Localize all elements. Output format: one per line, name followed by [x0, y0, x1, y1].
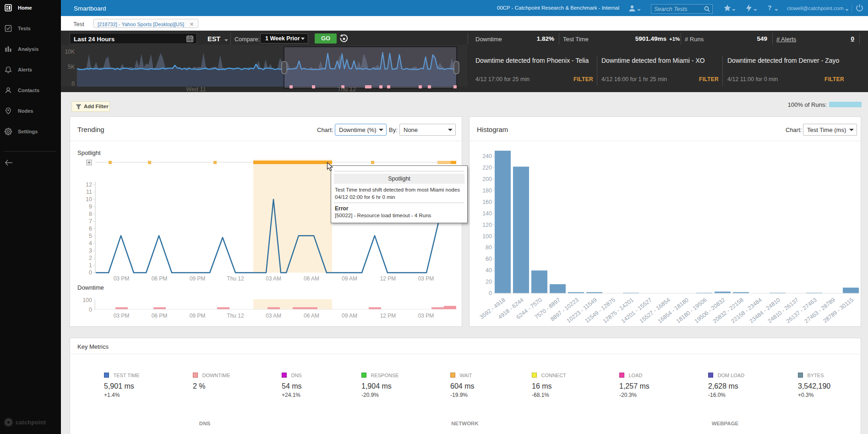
svg-text:0: 0 [89, 307, 92, 313]
svg-text:03 AM: 03 AM [266, 313, 281, 319]
svg-text:20: 20 [486, 279, 492, 285]
svg-text:Thu 12: Thu 12 [227, 313, 244, 319]
svg-text:8: 8 [89, 211, 92, 217]
svg-text:03 PM: 03 PM [418, 275, 434, 282]
svg-text:12 PM: 12 PM [380, 275, 396, 282]
svg-text:03 AM: 03 AM [266, 275, 281, 282]
svg-text:180: 180 [482, 187, 492, 194]
svg-text:09 AM: 09 AM [342, 313, 357, 319]
svg-text:0: 0 [71, 81, 75, 87]
svg-text:240: 240 [482, 153, 492, 159]
svg-text:80: 80 [486, 244, 492, 251]
svg-text:0: 0 [89, 269, 92, 276]
svg-text:5: 5 [89, 233, 92, 239]
svg-text:03 PM: 03 PM [418, 313, 434, 319]
svg-text:100: 100 [82, 297, 92, 303]
svg-text:4: 4 [89, 240, 92, 247]
svg-text:Wed 11: Wed 11 [186, 86, 206, 93]
svg-text:10: 10 [86, 196, 92, 203]
svg-text:160: 160 [482, 199, 492, 205]
svg-text:Thu 12: Thu 12 [227, 275, 244, 282]
svg-text:220: 220 [482, 165, 492, 171]
svg-text:06 PM: 06 PM [152, 313, 168, 319]
svg-text:06 AM: 06 AM [304, 313, 319, 319]
svg-text:9: 9 [89, 203, 92, 210]
svg-text:2: 2 [89, 255, 92, 261]
svg-text:03 PM: 03 PM [114, 313, 130, 319]
svg-text:200: 200 [482, 176, 492, 182]
svg-text:5K: 5K [68, 64, 75, 70]
svg-text:140: 140 [482, 210, 492, 217]
svg-text:1: 1 [89, 262, 92, 269]
svg-text:3: 3 [89, 247, 92, 254]
svg-text:0: 0 [489, 290, 492, 297]
svg-text:7: 7 [89, 218, 92, 225]
svg-text:11: 11 [86, 189, 92, 195]
svg-text:12: 12 [86, 181, 92, 188]
svg-text:09 AM: 09 AM [342, 275, 357, 282]
svg-text:12 PM: 12 PM [380, 313, 396, 319]
svg-text:6: 6 [89, 225, 92, 232]
svg-text:06 AM: 06 AM [304, 275, 319, 282]
svg-text:09 PM: 09 PM [190, 313, 206, 319]
svg-text:60: 60 [486, 256, 492, 262]
svg-text:40: 40 [486, 267, 492, 274]
svg-text:120: 120 [482, 222, 492, 228]
svg-text:Thu 12: Thu 12 [338, 86, 356, 93]
svg-text:03 PM: 03 PM [114, 275, 130, 282]
svg-text:09 PM: 09 PM [190, 275, 206, 282]
svg-text:100: 100 [482, 233, 492, 240]
svg-text:06 PM: 06 PM [152, 275, 168, 282]
svg-text:10K: 10K [65, 49, 75, 55]
